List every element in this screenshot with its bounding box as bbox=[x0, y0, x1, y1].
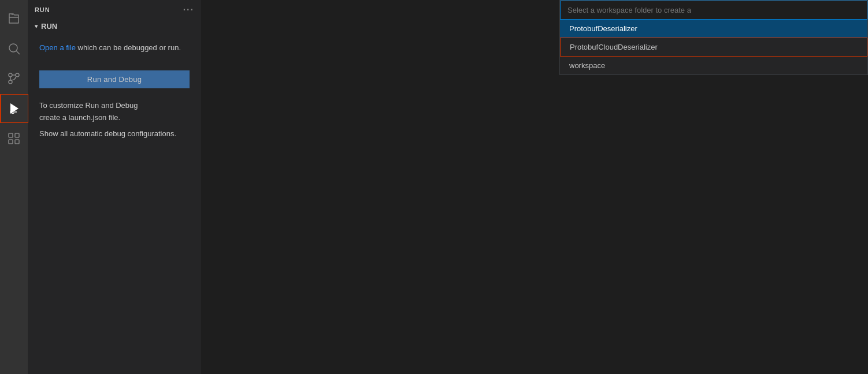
svg-rect-10 bbox=[15, 140, 19, 144]
main-area: ProtobufDeserializer ProtobufCloudDeseri… bbox=[201, 0, 868, 374]
activity-item-search[interactable] bbox=[0, 35, 28, 62]
dropdown-item-label: workspace bbox=[569, 61, 605, 70]
svg-point-3 bbox=[16, 73, 19, 77]
run-section-label: RUN bbox=[41, 22, 57, 31]
svg-point-4 bbox=[9, 73, 12, 77]
sidebar-title: RUN bbox=[35, 6, 50, 13]
open-file-section: Open a file which can be debugged or run… bbox=[28, 33, 201, 63]
svg-rect-8 bbox=[15, 133, 19, 137]
svg-rect-9 bbox=[9, 140, 13, 144]
open-file-link[interactable]: Open a file bbox=[39, 43, 76, 52]
run-and-debug-button[interactable]: Run and Debug bbox=[39, 70, 190, 88]
run-section-title[interactable]: ▾ RUN bbox=[28, 20, 201, 33]
create-launch-json-link[interactable]: create a launch.json file bbox=[39, 113, 118, 122]
activity-item-run[interactable] bbox=[0, 95, 28, 122]
dropdown-item-protobuf-cloud-deserializer[interactable]: ProtobufCloudDeserializer bbox=[560, 38, 867, 57]
dropdown-item-label: ProtobufCloudDeserializer bbox=[570, 43, 658, 51]
dropdown-item-workspace[interactable]: workspace bbox=[560, 57, 867, 74]
workspace-folder-dropdown: ProtobufDeserializer ProtobufCloudDeseri… bbox=[559, 0, 868, 75]
sidebar-header: RUN ··· bbox=[28, 0, 201, 20]
show-debug-configs: Show all automatic debug configurations. bbox=[28, 126, 201, 143]
customize-section: To customize Run and Debug create a laun… bbox=[28, 95, 201, 126]
svg-point-2 bbox=[9, 80, 12, 84]
dropdown-item-protobuf-deserializer[interactable]: ProtobufDeserializer bbox=[560, 20, 867, 38]
activity-item-explorer[interactable] bbox=[0, 5, 28, 32]
sidebar-more-options[interactable]: ··· bbox=[183, 5, 194, 15]
svg-line-1 bbox=[17, 51, 20, 55]
customize-text-2: . bbox=[118, 113, 121, 122]
show-configs-link[interactable]: Show bbox=[39, 129, 58, 138]
activity-item-extensions[interactable] bbox=[0, 125, 28, 152]
svg-rect-7 bbox=[9, 133, 13, 137]
activity-bar bbox=[0, 0, 28, 374]
dropdown-item-label: ProtobufDeserializer bbox=[569, 24, 637, 33]
chevron-down-icon: ▾ bbox=[35, 23, 38, 29]
open-file-text: which can be debugged or run. bbox=[76, 43, 181, 52]
sidebar: RUN ··· ▾ RUN Open a file which can be d… bbox=[28, 0, 201, 374]
workspace-folder-search-input[interactable] bbox=[560, 1, 867, 20]
activity-item-source-control[interactable] bbox=[0, 65, 28, 92]
show-configs-text: all automatic debug configurations. bbox=[58, 129, 177, 138]
customize-text-1: To customize Run and Debug bbox=[39, 101, 138, 110]
svg-point-0 bbox=[9, 44, 17, 52]
